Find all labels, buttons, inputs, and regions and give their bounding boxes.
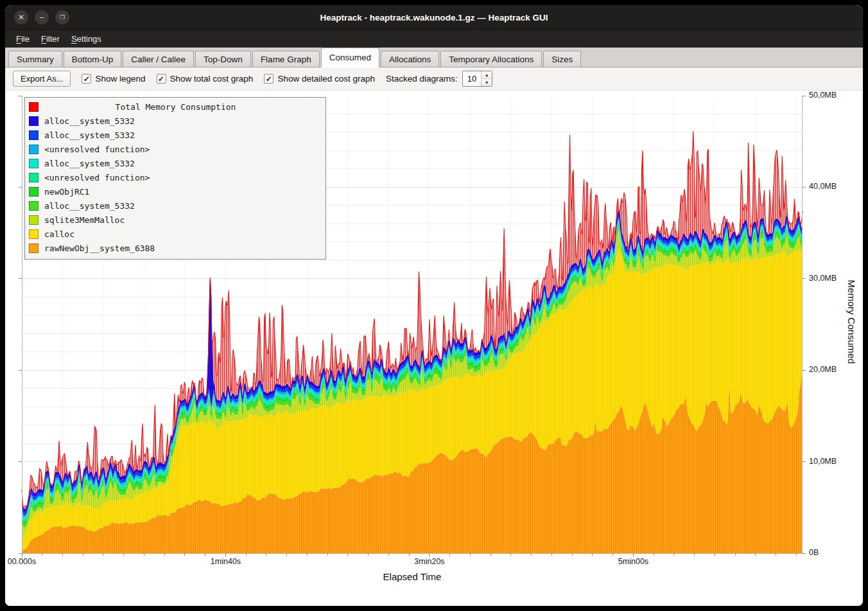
x-tick-label: 5min00s (618, 557, 648, 566)
legend-item: rawNewObj__system_6388 (28, 241, 322, 255)
checkbox-label: Show detailed cost graph (277, 74, 375, 84)
legend-swatch (29, 159, 39, 168)
window-title: Heaptrack - heaptrack.wakunode.1.gz — He… (5, 13, 863, 22)
stacked-diagrams-control: Stacked diagrams: 10 ▲ ▼ (386, 71, 492, 87)
legend-label: rawNewObj__system_6388 (44, 244, 155, 253)
checkbox-show-detailed-cost-graph[interactable]: ✓Show detailed cost graph (264, 74, 375, 84)
app-window: ✕–❐ Heaptrack - heaptrack.wakunode.1.gz … (5, 5, 863, 606)
tab-flame-graph[interactable]: Flame Graph (252, 51, 320, 67)
checkbox-box: ✓ (157, 74, 166, 84)
menu-item-filter[interactable]: Filter (35, 31, 65, 46)
y-tick-label: 0B (809, 548, 819, 557)
tab-caller-callee[interactable]: Caller / Callee (123, 51, 194, 67)
checkbox-show-total-cost-graph[interactable]: ✓Show total cost graph (157, 74, 254, 84)
chart-legend: Total Memory Consumption alloc__system_5… (24, 97, 326, 260)
y-tick-label: 40,0MB (809, 182, 837, 191)
legend-swatch (29, 130, 39, 140)
legend-label: sqlite3MemMalloc (44, 215, 125, 225)
legend-item: alloc__system_5332 (28, 156, 322, 170)
spin-buttons: ▲ ▼ (481, 71, 492, 86)
legend-item: alloc__system_5332 (28, 199, 322, 213)
legend-swatch (29, 229, 39, 239)
spin-up-icon[interactable]: ▲ (482, 71, 492, 79)
legend-swatch (29, 116, 39, 126)
menu-item-settings[interactable]: Settings (65, 31, 107, 46)
legend-item: alloc__system_5332 (28, 114, 322, 128)
stacked-diagrams-label: Stacked diagrams: (386, 74, 458, 84)
checkbox-box: ✓ (82, 74, 91, 84)
close-button[interactable]: ✕ (14, 10, 28, 24)
tab-bottom-up[interactable]: Bottom-Up (64, 51, 122, 67)
legend-item: sqlite3MemMalloc (28, 213, 322, 227)
y-tick-label: 30,0MB (809, 274, 837, 283)
menubar: FileFilterSettings (5, 30, 863, 48)
legend-title-swatch (29, 102, 39, 112)
x-axis-title: Elapsed Time (383, 571, 442, 582)
legend-swatch (29, 215, 39, 225)
menu-items: FileFilterSettings (10, 31, 107, 46)
legend-item: calloc (28, 227, 322, 241)
tab-temporary-allocations[interactable]: Temporary Allocations (440, 51, 542, 67)
checkbox-box: ✓ (264, 74, 273, 84)
legend-swatch (29, 201, 39, 211)
export-as-button[interactable]: Export As... (13, 71, 71, 87)
legend-label: alloc__system_5332 (44, 201, 135, 211)
checkbox-label: Show total cost graph (170, 74, 254, 84)
legend-swatch (29, 145, 39, 154)
legend-items: alloc__system_5332alloc__system_5332<unr… (28, 114, 322, 255)
x-tick-label: 1min40s (211, 557, 241, 566)
legend-label: <unresolved function> (44, 173, 150, 182)
legend-swatch (29, 244, 39, 253)
x-tick-label: 3min20s (414, 557, 444, 566)
y-axis-title: Memory Consumed (846, 280, 857, 364)
y-tick-label: 20,0MB (809, 365, 837, 374)
legend-swatch (29, 173, 39, 182)
tab-sizes[interactable]: Sizes (543, 51, 581, 67)
legend-label: <unresolved function> (44, 145, 150, 154)
y-tick-label: 10,0MB (809, 457, 837, 466)
legend-label: alloc__system_5332 (44, 130, 135, 140)
tab-allocations[interactable]: Allocations (381, 51, 439, 67)
chart-area: 0B10,0MB20,0MB30,0MB40,0MB50,0MB 00.000s… (5, 91, 863, 606)
tab-top-down[interactable]: Top-Down (195, 51, 251, 67)
toolbar-checkboxes: ✓Show legend✓Show total cost graph✓Show … (82, 74, 375, 84)
toolbar: Export As... ✓Show legend✓Show total cos… (5, 67, 863, 91)
maximize-button[interactable]: ❐ (55, 10, 69, 24)
legend-item: <unresolved function> (28, 142, 322, 156)
stacked-diagrams-spinbox[interactable]: 10 ▲ ▼ (462, 71, 492, 87)
menu-item-file[interactable]: File (10, 31, 35, 46)
legend-swatch (29, 187, 39, 197)
window-buttons: ✕–❐ (14, 10, 69, 24)
titlebar[interactable]: ✕–❐ Heaptrack - heaptrack.wakunode.1.gz … (5, 5, 863, 30)
stacked-diagrams-value: 10 (463, 71, 481, 86)
legend-item: <unresolved function> (28, 170, 322, 184)
minimize-button[interactable]: – (35, 10, 49, 24)
y-tick-label: 50,0MB (809, 91, 837, 100)
x-tick-label: 00.000s (8, 557, 36, 566)
checkbox-label: Show legend (95, 74, 145, 84)
tab-summary[interactable]: Summary (8, 51, 62, 67)
legend-item: newObjRC1 (28, 184, 322, 199)
checkbox-show-legend[interactable]: ✓Show legend (82, 74, 145, 84)
spin-down-icon[interactable]: ▼ (482, 79, 492, 86)
legend-label: calloc (44, 229, 74, 239)
legend-label: alloc__system_5332 (44, 116, 135, 126)
tabbar: SummaryBottom-UpCaller / CalleeTop-DownF… (5, 48, 863, 67)
legend-label: alloc__system_5332 (44, 159, 135, 168)
tab-consumed[interactable]: Consumed (321, 48, 379, 67)
legend-title: Total Memory Consumption (116, 102, 236, 112)
legend-label: newObjRC1 (44, 187, 89, 197)
legend-item: alloc__system_5332 (28, 128, 322, 142)
legend-title-row: Total Memory Consumption (28, 100, 322, 114)
